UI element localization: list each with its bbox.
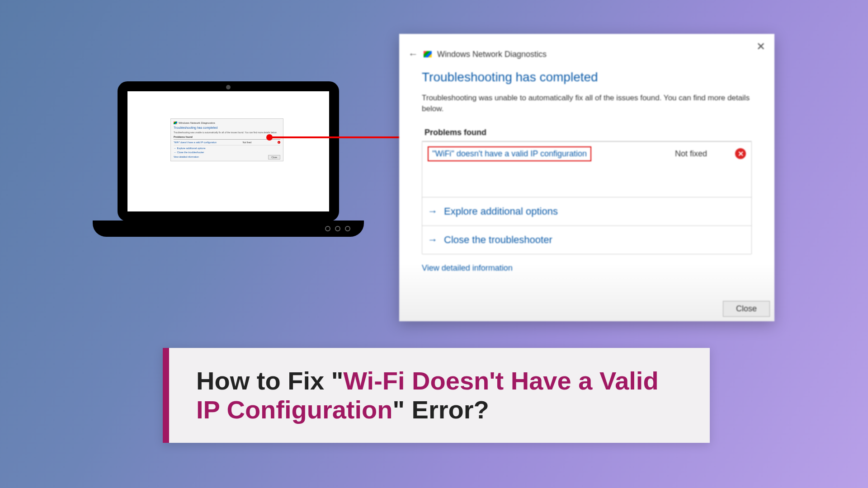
camera-dot (226, 85, 231, 89)
diagnostics-dialog: ✕ ← Windows Network Diagnostics Troubles… (399, 34, 774, 321)
problem-row[interactable]: "WiFi" doesn't have a valid IP configura… (422, 142, 751, 166)
close-button[interactable]: Close (723, 301, 770, 317)
laptop-screen: Windows Network Diagnostics Troubleshoot… (118, 81, 339, 221)
error-icon: ✕ (278, 141, 280, 144)
dialog-subtext: Troubleshooting was unable to automatica… (422, 93, 752, 114)
mini-problem-text: "WiFi" doesn't have a valid IP configura… (174, 141, 217, 144)
mini-problems-label: Problems found (174, 136, 280, 140)
mini-close-button: Close (268, 155, 280, 160)
title-suffix: " Error? (393, 395, 489, 424)
callout-dot (266, 134, 273, 141)
dialog-titlebar: ← Windows Network Diagnostics (399, 34, 774, 66)
port-icon (325, 226, 330, 231)
title-card: How to Fix "Wi-Fi Doesn't Have a Valid I… (163, 348, 710, 443)
dialog-header: Troubleshooting has completed (422, 70, 752, 84)
port-icon (345, 226, 350, 231)
laptop-base (93, 221, 364, 237)
problem-text-highlighted: "WiFi" doesn't have a valid IP configura… (428, 146, 591, 161)
mini-explore-link: → Explore additional options (174, 147, 280, 150)
mini-header: Troubleshooting has completed (174, 126, 280, 129)
mini-close-link: → Close the troubleshooter (174, 151, 280, 154)
close-icon[interactable]: ✕ (752, 38, 770, 55)
laptop-illustration: Windows Network Diagnostics Troubleshoot… (93, 81, 364, 237)
windows-flag-icon (424, 51, 432, 57)
arrow-icon: → (174, 147, 176, 150)
close-troubleshooter-label: Close the troubleshooter (444, 234, 552, 246)
arrow-icon: → (428, 234, 438, 246)
view-details-link[interactable]: View detailed information (422, 263, 752, 273)
problems-section: "WiFi" doesn't have a valid IP configura… (422, 141, 752, 254)
window-title: Windows Network Diagnostics (437, 50, 547, 59)
mini-status: Not fixed (243, 141, 252, 144)
mini-window-title: Windows Network Diagnostics (179, 122, 215, 124)
close-troubleshooter-link[interactable]: → Close the troubleshooter (422, 226, 751, 254)
error-icon: ✕ (735, 148, 746, 159)
callout-line (269, 136, 414, 138)
mini-problem-row: "WiFi" doesn't have a valid IP configura… (174, 140, 280, 145)
title-prefix: How to Fix " (196, 366, 343, 395)
explore-options-link[interactable]: → Explore additional options (422, 197, 751, 226)
explore-label: Explore additional options (444, 206, 558, 217)
problem-status: Not fixed (675, 149, 707, 159)
arrow-icon: → (174, 151, 176, 154)
mini-view-details: View detailed information (174, 155, 280, 158)
problems-found-label: Problems found (422, 124, 752, 141)
mini-dialog: Windows Network Diagnostics Troubleshoot… (170, 118, 283, 161)
title-text: How to Fix "Wi-Fi Doesn't Have a Valid I… (196, 366, 683, 425)
arrow-icon: → (428, 206, 438, 217)
back-arrow-icon[interactable]: ← (408, 48, 418, 60)
port-icon (335, 226, 340, 231)
mini-subtext: Troubleshooting was unable to automatica… (174, 131, 280, 134)
windows-flag-icon (174, 122, 177, 124)
